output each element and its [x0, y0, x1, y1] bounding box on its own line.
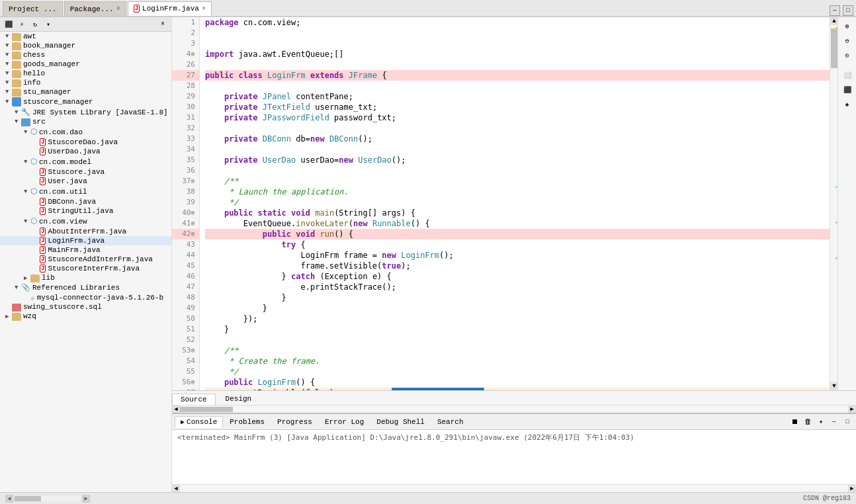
progress-label: Progress: [277, 418, 312, 426]
bottom-tabs-bar: ▶ Console Problems Progress Error Log De…: [172, 414, 856, 430]
autocomplete-item-selected[interactable]: ◆ selectedIcon: [392, 388, 484, 390]
tree-item-util[interactable]: ▼ ⬡ cn.com.util: [0, 186, 171, 197]
statusbar-hscroll-right[interactable]: ▶: [82, 495, 90, 503]
right-btn-5[interactable]: ⬛: [841, 83, 854, 97]
bottom-tab-search[interactable]: Search: [431, 416, 470, 428]
tree-item-dbconn[interactable]: J DBConn.java: [0, 197, 171, 206]
right-btn-3[interactable]: ⊙: [841, 49, 854, 62]
right-btn-2[interactable]: ⊖: [841, 34, 854, 48]
tree-item-stu[interactable]: ▼ stu_manager: [0, 87, 171, 97]
tree-item-stuscoreinter[interactable]: J StuscoreInterFrm.java: [0, 264, 171, 273]
right-btn-1[interactable]: ⊕: [841, 20, 854, 33]
java-icon-stringutil: J: [40, 207, 46, 215]
code-line-54: * Create the frame.: [205, 356, 832, 366]
tree-item-chess[interactable]: ▼ chess: [0, 50, 171, 60]
statusbar-hscroll-left[interactable]: ◀: [5, 495, 13, 503]
console-hscroll-right[interactable]: ▶: [848, 485, 856, 493]
tree-item-view[interactable]: ▼ ⬡ cn.com.view: [0, 216, 171, 227]
editor-minimize-btn[interactable]: ─: [830, 5, 840, 16]
tab-package[interactable]: Package... ×: [64, 1, 126, 16]
tab-design[interactable]: Design: [217, 393, 261, 405]
label-util: cn.com.util: [39, 188, 87, 196]
code-line-2: [205, 28, 832, 38]
tree-item-book-manager[interactable]: ▼ book_manager: [0, 41, 171, 50]
folder-icon-goods: [12, 61, 21, 69]
tree-item-loginfrm[interactable]: J LoginFrm.java: [0, 236, 171, 245]
sidebar-sync-btn[interactable]: ↻: [29, 19, 41, 30]
console-terminate-btn[interactable]: ⏹: [789, 416, 800, 428]
tab-loginfrm-close[interactable]: ×: [202, 5, 206, 13]
bottom-tab-debugshell[interactable]: Debug Shell: [370, 416, 431, 428]
tree-item-aboutinterfrm[interactable]: J AboutInterFrm.java: [0, 227, 171, 236]
statusbar-hscroll-thumb[interactable]: [15, 496, 41, 501]
tab-project[interactable]: Project ...: [3, 1, 63, 16]
tree-item-mainfrm[interactable]: J MainFrm.java: [0, 245, 171, 255]
tab-package-close[interactable]: ×: [116, 5, 120, 13]
bottom-tab-errorlog[interactable]: Error Log: [319, 416, 370, 428]
vscroll-thumb[interactable]: [831, 28, 837, 68]
tree-item-mysql[interactable]: ☕ mysql-connector-java-5.1.26-b: [0, 292, 171, 302]
lib-icon: [30, 274, 40, 282]
vscroll-down-btn[interactable]: ▼: [830, 382, 837, 390]
sidebar-link-btn[interactable]: ⚡: [16, 19, 28, 30]
tree-item-jre[interactable]: ▼ 🔧 JRE System Library [JavaSE-1.8]: [0, 107, 171, 117]
console-hscroll[interactable]: ◀ ▶: [172, 484, 856, 492]
tab-source[interactable]: Source: [172, 394, 216, 405]
console-menu-btn[interactable]: ▾: [815, 416, 827, 428]
sidebar-close-btn[interactable]: ×: [157, 19, 169, 30]
code-line-38: * Launch the application.: [205, 187, 832, 197]
label-jre: JRE System Library [JavaSE-1.8]: [32, 108, 168, 116]
vscroll-up-btn[interactable]: ▲: [830, 17, 837, 25]
pkg-icon-model: ⬡: [30, 157, 37, 167]
tree-item-user-java[interactable]: J User.java: [0, 177, 171, 186]
code-editor[interactable]: package cn.com.view; import java.awt.Eve…: [200, 17, 837, 390]
folder-icon-awt: [12, 33, 21, 41]
tree-item-stuscoredao[interactable]: J StuscoreDao.java: [0, 138, 171, 147]
tree-item-stringutil[interactable]: J StringUtil.java: [0, 206, 171, 216]
editor-vscrollbar[interactable]: ▲ ▼: [830, 17, 837, 390]
tree-item-info[interactable]: ▼ info: [0, 78, 171, 87]
tree-item-awt[interactable]: ▼ awt: [0, 32, 171, 41]
hscroll-left-btn[interactable]: ◀: [172, 405, 180, 413]
tree-item-lib[interactable]: ▶ lib: [0, 273, 171, 282]
tree-item-reflib[interactable]: ▼ 📎 Referenced Libraries: [0, 282, 171, 292]
editor-maximize-btn[interactable]: □: [843, 5, 853, 16]
right-btn-4[interactable]: ⬜: [841, 69, 854, 82]
tree-item-stuscore-java[interactable]: J Stuscore.java: [0, 167, 171, 177]
code-line-51: }: [205, 324, 832, 335]
tree-item-userdao[interactable]: J UserDao.java: [0, 147, 171, 156]
tree-item-model[interactable]: ▼ ⬡ cn.com.model: [0, 156, 171, 167]
console-icon: ▶: [181, 418, 185, 426]
arrow-wzq: ▶: [5, 313, 12, 320]
sidebar-collapse-btn[interactable]: ⬛: [3, 19, 15, 30]
code-line-56: public LoginFrm() {: [205, 377, 832, 388]
hscroll-right-btn[interactable]: ▶: [848, 405, 856, 413]
bottom-tab-console[interactable]: ▶ Console: [175, 416, 223, 428]
console-hscroll-left[interactable]: ◀: [172, 485, 180, 493]
sidebar-menu-btn[interactable]: ▾: [42, 19, 54, 30]
hscroll-thumb[interactable]: [180, 407, 233, 412]
label-userdao: UserDao.java: [48, 147, 100, 155]
tree-item-stuscore[interactable]: ▼ stuscore_manager: [0, 97, 171, 107]
editor-hscroll[interactable]: ◀ ▶: [172, 405, 856, 413]
tab-loginfrm[interactable]: J LoginFrm.java ×: [128, 1, 212, 16]
tree-item-hello[interactable]: ▼ hello: [0, 69, 171, 78]
tree-item-dao[interactable]: ▼ ⬡ cn.com.dao: [0, 126, 171, 138]
bottom-tab-problems[interactable]: Problems: [224, 416, 271, 428]
autocomplete-popup[interactable]: ◆ selectedIcon ◆ selectedIcon: [392, 388, 484, 390]
label-hello: hello: [23, 69, 45, 77]
console-maximize-btn[interactable]: □: [841, 416, 853, 428]
tree-item-sql[interactable]: swing_stuscore.sql: [0, 302, 171, 312]
code-line-52: [205, 335, 832, 345]
code-line-48: }: [205, 292, 832, 303]
tree-item-wzq[interactable]: ▶ wzq: [0, 312, 171, 321]
console-label: Console: [187, 418, 217, 426]
tree-item-src[interactable]: ▼ src: [0, 117, 171, 126]
right-btn-6[interactable]: ◈: [841, 98, 854, 111]
bottom-tab-progress[interactable]: Progress: [271, 416, 318, 428]
console-minimize-btn[interactable]: ─: [828, 416, 840, 428]
console-clear-btn[interactable]: 🗑: [802, 416, 814, 428]
label-model: cn.com.model: [39, 158, 91, 166]
tree-item-goods[interactable]: ▼ goods_manager: [0, 60, 171, 69]
tree-item-stuscoreaddinter[interactable]: J StuscoreAddInterFrm.java: [0, 255, 171, 264]
